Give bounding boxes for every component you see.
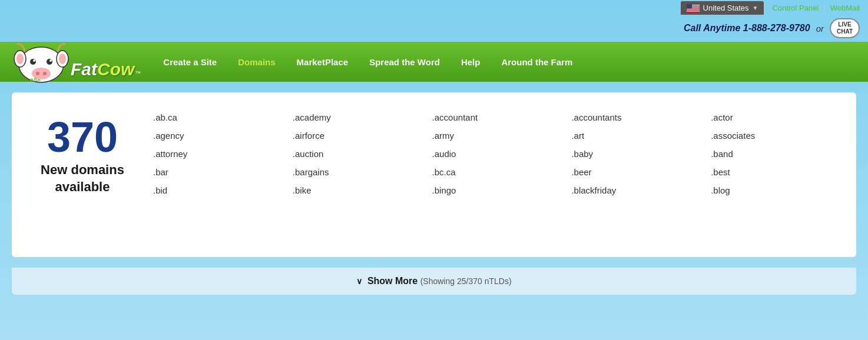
svg-rect-9	[687, 9, 700, 10]
svg-point-23	[32, 68, 51, 79]
call-anytime-label: Call Anytime	[684, 23, 740, 33]
domain-item[interactable]: .bike	[293, 183, 420, 198]
domain-count-line1: New domains	[41, 162, 124, 177]
domain-item[interactable]: .blackfriday	[571, 183, 699, 198]
svg-rect-7	[687, 8, 700, 9]
domain-item[interactable]: .army	[432, 128, 560, 143]
control-panel-link[interactable]: Control Panel	[772, 4, 819, 12]
top-bar-inner: United States ▼ Control Panel | WebMail	[681, 1, 868, 15]
cow-logo-icon	[6, 38, 77, 85]
domain-item[interactable]: .bargains	[293, 165, 420, 179]
nav-help[interactable]: Help	[450, 57, 491, 67]
nav-around-the-farm[interactable]: Around the Farm	[491, 57, 583, 67]
domain-item[interactable]: .ab.ca	[153, 110, 281, 125]
domain-item[interactable]: .art	[571, 128, 699, 143]
domains-section: 370 New domains available .ab.ca.academy…	[29, 110, 839, 198]
domain-item[interactable]: .audio	[432, 146, 560, 161]
domain-item[interactable]: .agency	[153, 128, 281, 143]
domain-item[interactable]: .band	[711, 146, 839, 161]
domain-item[interactable]: .best	[711, 165, 839, 179]
domain-item[interactable]: .accountant	[432, 110, 560, 125]
svg-point-22	[49, 59, 52, 62]
svg-rect-12	[687, 11, 700, 12]
nav-links: Create a Site Domains MarketPlace Spread…	[153, 57, 868, 67]
domain-count-box: 370 New domains available	[29, 110, 135, 195]
logo-cow: Cow	[97, 59, 134, 79]
svg-rect-8	[687, 9, 700, 9]
svg-point-24	[36, 72, 39, 75]
domain-item[interactable]: .academy	[293, 110, 420, 125]
domain-item[interactable]: .accountants	[571, 110, 699, 125]
domain-item[interactable]: .baby	[571, 146, 699, 161]
svg-point-18	[59, 54, 66, 64]
country-name: United States	[703, 4, 749, 12]
domain-item[interactable]: .bc.ca	[432, 165, 560, 179]
nav-marketplace[interactable]: MarketPlace	[286, 57, 359, 67]
main-content: 370 New domains available .ab.ca.academy…	[12, 92, 856, 257]
logo-fat: Fat	[71, 59, 97, 79]
domain-item[interactable]: .bar	[153, 165, 281, 179]
nav-bar: Fat Cow ™ Create a Site Domains MarketPl…	[0, 42, 868, 82]
domain-item[interactable]: .bid	[153, 183, 281, 198]
svg-rect-11	[687, 11, 700, 11]
nav-create-a-site[interactable]: Create a Site	[153, 57, 227, 67]
svg-point-20	[47, 59, 52, 65]
country-chevron-icon: ▼	[753, 5, 758, 11]
show-more-count: (Showing 25/370 nTLDs)	[420, 276, 512, 286]
live-chat-button[interactable]: LIVE CHAT	[830, 18, 860, 38]
domain-count-line2: available	[55, 179, 110, 194]
domain-item[interactable]: .associates	[711, 128, 839, 143]
show-more-label: Show More	[367, 276, 418, 286]
domain-item[interactable]: .airforce	[293, 128, 420, 143]
domain-item[interactable]: .blog	[711, 183, 839, 198]
show-more-chevron-icon: ∨	[356, 276, 362, 286]
show-more-bar: ∨ Show More (Showing 25/370 nTLDs)	[12, 268, 856, 295]
svg-point-25	[43, 72, 47, 75]
nav-spread-the-word[interactable]: Spread the Word	[359, 57, 450, 67]
top-bar: United States ▼ Control Panel | WebMail	[0, 0, 868, 15]
phone-text: Call Anytime 1-888-278-9780	[684, 23, 810, 34]
live-chat-live: LIVE	[838, 21, 851, 28]
logo-area: Fat Cow ™	[6, 38, 141, 85]
phone-number: 1-888-278-9780	[743, 23, 810, 33]
top-links: Control Panel | WebMail	[764, 1, 868, 15]
svg-point-17	[16, 54, 24, 64]
logo-tm: ™	[135, 70, 141, 76]
svg-point-19	[30, 59, 36, 65]
domain-item[interactable]: .auction	[293, 146, 420, 161]
domain-count-number: 370	[29, 116, 135, 158]
nav-domains[interactable]: Domains	[227, 57, 286, 67]
svg-point-21	[33, 59, 35, 62]
top-links-separator: |	[823, 4, 825, 12]
svg-rect-13	[687, 4, 692, 9]
show-more-link[interactable]: ∨ Show More (Showing 25/370 nTLDs)	[356, 276, 511, 286]
domain-count-label: New domains available	[29, 162, 135, 195]
logo-text: Fat Cow ™	[71, 59, 141, 79]
domain-grid: .ab.ca.academy.accountant.accountants.ac…	[153, 110, 839, 198]
svg-rect-10	[687, 10, 700, 11]
webmail-link[interactable]: WebMail	[830, 4, 860, 12]
live-chat-chat: CHAT	[837, 28, 853, 35]
us-flag-icon	[687, 4, 700, 12]
or-text: or	[816, 24, 824, 34]
domain-item[interactable]: .bingo	[432, 183, 560, 198]
domain-item[interactable]: .actor	[711, 110, 839, 125]
domain-item[interactable]: .beer	[571, 165, 699, 179]
domain-item[interactable]: .attorney	[153, 146, 281, 161]
country-selector[interactable]: United States ▼	[681, 1, 764, 15]
